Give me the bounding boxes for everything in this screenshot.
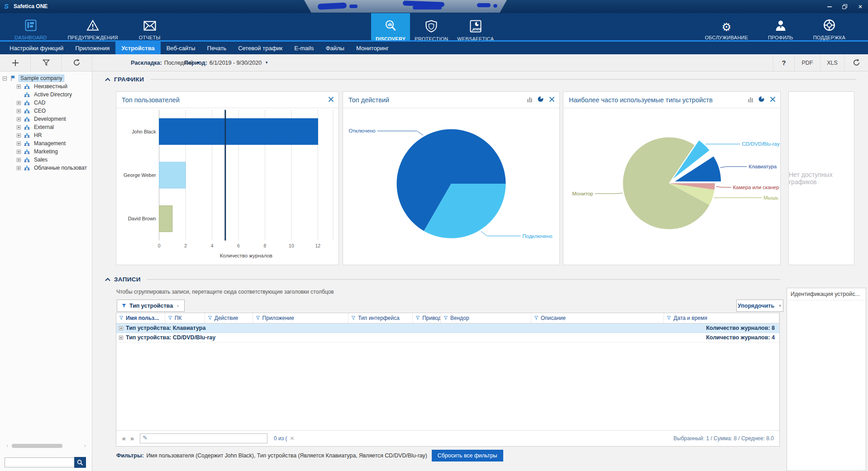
column-header-Дата и время[interactable]: Дата и время <box>664 313 779 323</box>
subnav-item-Файлы[interactable]: Файлы <box>320 42 350 54</box>
clear-icon[interactable]: ✕ <box>290 435 295 442</box>
accent-line <box>0 40 868 42</box>
pager-last-icon[interactable]: » <box>128 435 136 442</box>
subnav-item-Настройки функций[interactable]: Настройки функций <box>4 42 69 54</box>
tree-search-input[interactable] <box>5 457 76 467</box>
subnav-item-Печать[interactable]: Печать <box>201 42 233 54</box>
tree-scrollbar[interactable]: ‹ › <box>6 443 86 448</box>
period-select[interactable]: Период: 6/1/2019 - 9/30/2020 ▼ <box>184 54 268 71</box>
tree-item-Active Directory[interactable]: Active Directory <box>0 90 92 99</box>
nav-profile[interactable]: ПРОФИЛЬ <box>763 13 798 43</box>
company-tree: Sample company НеизвестныйActive Directo… <box>0 71 92 471</box>
close-chart-icon[interactable] <box>328 96 334 104</box>
subnav-item-Веб-сайты[interactable]: Веб-сайты <box>161 42 201 54</box>
tab-websafetica[interactable]: WWW WEBSAFETICA <box>453 13 498 44</box>
group-icon <box>24 141 30 146</box>
tree-item-CAD[interactable]: CAD <box>0 99 92 107</box>
nav-maintenance[interactable]: ⚙ ОБСЛУЖИВАНИЕ <box>701 13 753 43</box>
tree-root[interactable]: Sample company <box>0 74 92 82</box>
column-header-Вендор[interactable]: Вендор <box>441 313 531 323</box>
expand-icon[interactable] <box>17 101 21 105</box>
chart-panel-top-actions: Топ действий ОтключеноПодключено <box>343 91 560 265</box>
column-header-ПК[interactable]: ПК <box>165 313 205 323</box>
chevron-up-icon <box>105 78 110 81</box>
expand-icon[interactable] <box>17 142 21 146</box>
export-xls-button[interactable]: XLS <box>820 54 844 71</box>
tab-protection[interactable]: PROTECTION <box>410 13 453 44</box>
bar-view-icon[interactable] <box>527 96 533 104</box>
export-pdf-button[interactable]: PDF <box>794 54 820 71</box>
close-chart-icon[interactable] <box>549 96 555 104</box>
scroll-right-icon[interactable]: › <box>84 443 86 448</box>
minimize-icon[interactable] <box>825 3 834 11</box>
tab-discovery[interactable]: DISCOVERY <box>371 13 410 44</box>
page-input[interactable] <box>140 433 267 443</box>
bar-view-icon[interactable] <box>748 96 754 104</box>
order-button[interactable]: Упорядочить ▼ <box>736 300 783 312</box>
pager-first-icon[interactable]: « <box>120 435 128 442</box>
expand-icon[interactable] <box>17 85 21 89</box>
scrollbar-thumb[interactable] <box>12 444 62 448</box>
close-chart-icon[interactable] <box>770 96 776 104</box>
tree-item-Development[interactable]: Development <box>0 115 92 123</box>
column-header-Описание[interactable]: Описание <box>531 313 664 323</box>
nav-dashboard[interactable]: DASHBOARD <box>10 13 51 43</box>
subnav-item-Приложения[interactable]: Приложения <box>69 42 115 54</box>
filter-button[interactable] <box>31 54 62 71</box>
tree-search-button[interactable] <box>74 457 86 468</box>
tree-item-Management[interactable]: Management <box>0 139 92 147</box>
group-row[interactable]: Тип устройства: КлавиатураКоличество жур… <box>116 324 779 333</box>
group-icon <box>24 133 30 138</box>
svg-text:8: 8 <box>264 243 267 248</box>
expand-icon[interactable] <box>17 166 21 170</box>
expand-icon[interactable] <box>17 109 21 113</box>
expand-icon[interactable] <box>17 125 21 129</box>
column-header-Привод[interactable]: Привод <box>413 313 441 323</box>
period-value: 6/1/2019 - 9/30/2020 <box>210 60 262 66</box>
tree-item-External[interactable]: External <box>0 123 92 131</box>
reset-filters-button[interactable]: Сбросить все фильтры <box>432 450 503 461</box>
records-section-header[interactable]: ЗАПИСИ <box>105 276 780 283</box>
charts-section-header[interactable]: ГРАФИКИ <box>105 76 856 83</box>
nav-support[interactable]: ПОДДЕРЖКА <box>809 13 850 43</box>
tree-item-HR[interactable]: HR <box>0 131 92 139</box>
collapse-icon[interactable] <box>3 76 7 81</box>
refresh-button[interactable] <box>62 54 92 71</box>
pie-view-icon[interactable] <box>538 96 544 104</box>
group-row[interactable]: Тип устройства: CD/DVD/Blu-rayКоличество… <box>116 333 779 343</box>
tree-item-Облачные пользоват[interactable]: Облачные пользоват <box>0 164 92 172</box>
restore-icon[interactable] <box>841 3 849 11</box>
safetica-logo-icon: S <box>4 2 9 10</box>
tree-item-Marketing[interactable]: Marketing <box>0 147 92 156</box>
tree-item-label: CEO <box>33 108 47 114</box>
group-chip-device-type[interactable]: Тип устройства ▲ <box>117 300 185 312</box>
tree-item-Неизвестный[interactable]: Неизвестный <box>0 82 92 90</box>
svg-text:2: 2 <box>184 243 187 248</box>
tree-item-CEO[interactable]: CEO <box>0 107 92 115</box>
svg-text:10: 10 <box>289 243 294 248</box>
nav-alerts[interactable]: ПРЕДУПРЕЖДЕНИЯ <box>63 13 122 43</box>
table-empty-area <box>116 343 779 430</box>
expand-icon[interactable] <box>17 150 21 154</box>
tree-item-Sales[interactable]: Sales <box>0 156 92 164</box>
redacted-area <box>304 0 507 13</box>
svg-text:Мышь: Мышь <box>763 195 778 200</box>
subnav-item-E-mails[interactable]: E-mails <box>288 42 320 54</box>
subnav-item-Мониторинг[interactable]: Мониторинг <box>350 42 395 54</box>
column-header-Тип интерфейса[interactable]: Тип интерфейса <box>348 313 413 323</box>
column-header-Действие[interactable]: Действие <box>205 313 253 323</box>
subnav-item-Сетевой трафик[interactable]: Сетевой трафик <box>232 42 288 54</box>
subnav-item-Устройства[interactable]: Устройства <box>115 42 160 54</box>
expand-icon[interactable] <box>17 158 21 162</box>
close-icon[interactable]: ✕ <box>856 3 864 11</box>
refresh-view-button[interactable] <box>844 54 868 71</box>
pie-view-icon[interactable] <box>758 96 765 104</box>
column-header-Приложение[interactable]: Приложение <box>253 313 349 323</box>
scroll-left-icon[interactable]: ‹ <box>6 443 8 448</box>
expand-icon[interactable] <box>17 117 21 121</box>
help-button[interactable]: ? <box>773 54 794 71</box>
expand-icon[interactable] <box>17 133 21 138</box>
column-header-Имя польз...[interactable]: Имя польз... <box>116 313 165 323</box>
add-button[interactable] <box>0 54 31 71</box>
nav-reports[interactable]: ОТЧЕТЫ <box>134 13 165 43</box>
